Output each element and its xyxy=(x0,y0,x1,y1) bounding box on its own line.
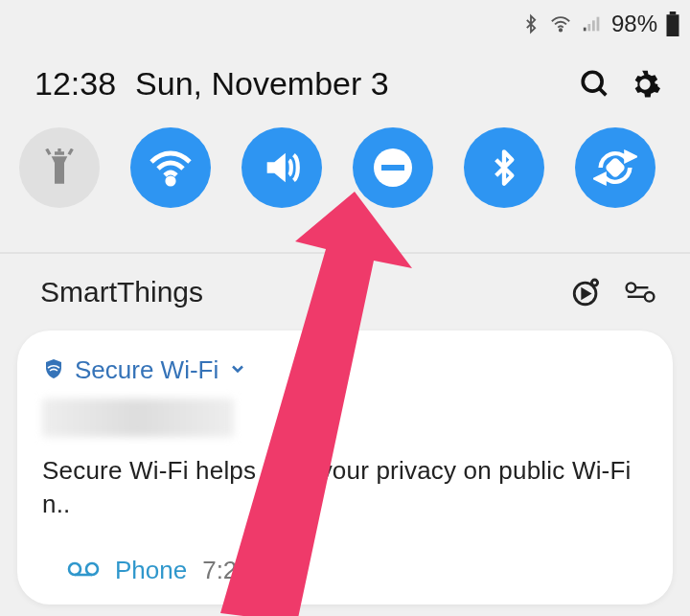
svg-rect-17 xyxy=(608,160,623,175)
notification-title-redacted xyxy=(42,399,234,437)
svg-point-26 xyxy=(86,563,98,575)
notification-phone[interactable]: Phone 7:21 AM xyxy=(42,521,648,585)
clock-time: 12:38 xyxy=(34,65,116,103)
search-icon[interactable] xyxy=(577,66,613,103)
svg-marker-15 xyxy=(627,153,634,161)
notification-app-name: Secure Wi-Fi xyxy=(75,355,218,385)
battery-icon xyxy=(665,11,680,36)
svg-point-0 xyxy=(560,29,562,31)
svg-point-23 xyxy=(645,292,655,302)
notification-body: Secure Wi-Fi helps pr ct your privacy on… xyxy=(42,454,648,521)
svg-point-21 xyxy=(627,283,636,292)
panel-date: Sun, November 3 xyxy=(135,65,389,103)
svg-rect-11 xyxy=(58,148,60,151)
wifi-toggle[interactable] xyxy=(130,127,211,208)
notification-secure-wifi[interactable]: Secure Wi-Fi Secure Wi-Fi helps pr ct yo… xyxy=(17,331,673,605)
battery-percent: 98% xyxy=(611,11,657,37)
drag-handle[interactable] xyxy=(326,229,364,235)
svg-marker-16 xyxy=(597,175,605,183)
svg-point-7 xyxy=(583,72,602,91)
gear-icon[interactable] xyxy=(627,66,663,103)
phone-app-name: Phone xyxy=(115,556,187,585)
sound-toggle[interactable] xyxy=(242,127,322,208)
svg-marker-19 xyxy=(583,289,589,298)
voicemail-icon xyxy=(67,559,100,582)
smartthings-title: SmartThings xyxy=(40,276,550,308)
svg-rect-14 xyxy=(381,165,404,171)
svg-rect-6 xyxy=(667,14,679,36)
shield-icon xyxy=(42,356,65,385)
do-not-disturb-toggle[interactable] xyxy=(353,127,433,208)
svg-rect-3 xyxy=(592,20,595,31)
panel-header: 12:38 Sun, November 3 xyxy=(0,48,690,108)
notification-app-row: Secure Wi-Fi xyxy=(42,355,648,385)
svg-rect-9 xyxy=(45,148,51,155)
flashlight-toggle[interactable] xyxy=(19,127,100,208)
phone-notification-time: 7:21 AM xyxy=(202,556,293,585)
quick-settings-row xyxy=(0,108,690,217)
svg-rect-10 xyxy=(68,148,74,155)
auto-rotate-toggle[interactable] xyxy=(575,127,656,208)
svg-rect-2 xyxy=(587,24,590,31)
svg-rect-1 xyxy=(584,28,586,32)
svg-rect-5 xyxy=(670,11,677,14)
svg-line-8 xyxy=(599,88,606,95)
media-play-icon[interactable] xyxy=(569,275,604,309)
svg-point-20 xyxy=(591,280,597,285)
wifi-status-icon xyxy=(548,13,573,34)
signal-status-icon xyxy=(581,13,604,34)
chevron-down-icon[interactable] xyxy=(228,359,247,382)
bluetooth-toggle[interactable] xyxy=(464,127,544,208)
svg-point-12 xyxy=(168,178,173,184)
devices-icon[interactable] xyxy=(623,275,657,309)
svg-rect-4 xyxy=(597,17,600,32)
smartthings-row[interactable]: SmartThings xyxy=(0,254,690,331)
status-bar: 98% xyxy=(0,0,690,48)
bluetooth-status-icon xyxy=(521,11,540,36)
svg-point-25 xyxy=(69,563,80,575)
